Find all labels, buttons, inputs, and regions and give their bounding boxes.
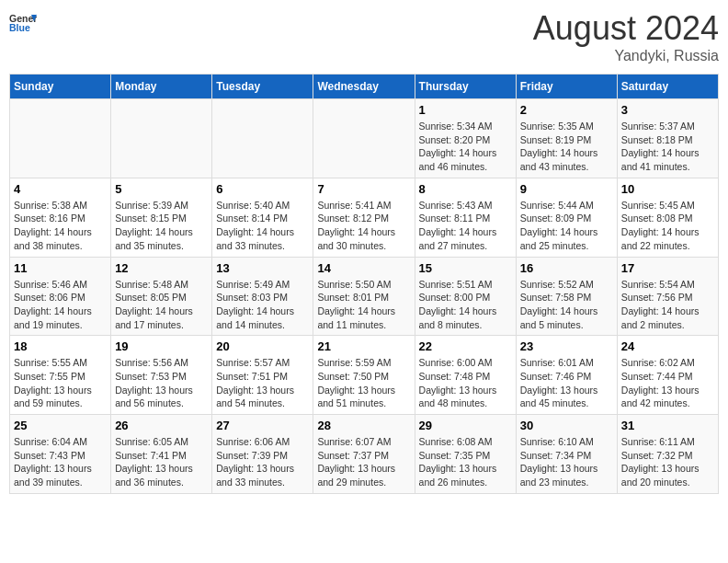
calendar-day-cell: 27Sunrise: 6:06 AM Sunset: 7:39 PM Dayli… xyxy=(212,415,313,494)
calendar-week-row: 18Sunrise: 5:55 AM Sunset: 7:55 PM Dayli… xyxy=(10,336,719,415)
calendar-day-cell: 17Sunrise: 5:54 AM Sunset: 7:56 PM Dayli… xyxy=(617,257,718,336)
day-info: Sunrise: 6:08 AM Sunset: 7:35 PM Dayligh… xyxy=(419,435,512,489)
calendar-day-cell: 24Sunrise: 6:02 AM Sunset: 7:44 PM Dayli… xyxy=(617,336,718,415)
day-number: 25 xyxy=(14,419,107,432)
day-info: Sunrise: 6:10 AM Sunset: 7:34 PM Dayligh… xyxy=(520,435,613,489)
day-info: Sunrise: 6:07 AM Sunset: 7:37 PM Dayligh… xyxy=(317,435,410,489)
weekday-header: Tuesday xyxy=(212,75,313,99)
month-year-title: August 2024 xyxy=(533,9,719,48)
day-number: 31 xyxy=(621,419,714,432)
calendar-day-cell: 23Sunrise: 6:01 AM Sunset: 7:46 PM Dayli… xyxy=(516,336,617,415)
day-info: Sunrise: 5:44 AM Sunset: 8:09 PM Dayligh… xyxy=(520,199,613,253)
weekday-header: Monday xyxy=(111,75,212,99)
day-number: 20 xyxy=(216,339,309,353)
calendar-day-cell: 13Sunrise: 5:49 AM Sunset: 8:03 PM Dayli… xyxy=(212,257,313,336)
day-number: 1 xyxy=(419,103,512,117)
day-info: Sunrise: 6:00 AM Sunset: 7:48 PM Dayligh… xyxy=(419,356,512,410)
calendar-day-cell: 31Sunrise: 6:11 AM Sunset: 7:32 PM Dayli… xyxy=(617,415,718,494)
calendar-day-cell: 21Sunrise: 5:59 AM Sunset: 7:50 PM Dayli… xyxy=(313,336,415,415)
calendar-day-cell: 15Sunrise: 5:51 AM Sunset: 8:00 PM Dayli… xyxy=(415,257,516,336)
day-info: Sunrise: 6:02 AM Sunset: 7:44 PM Dayligh… xyxy=(621,356,714,410)
day-info: Sunrise: 5:52 AM Sunset: 7:58 PM Dayligh… xyxy=(520,278,613,332)
calendar-day-cell: 18Sunrise: 5:55 AM Sunset: 7:55 PM Dayli… xyxy=(10,336,111,415)
calendar-day-cell: 22Sunrise: 6:00 AM Sunset: 7:48 PM Dayli… xyxy=(415,336,516,415)
calendar-day-cell: 4Sunrise: 5:38 AM Sunset: 8:16 PM Daylig… xyxy=(10,178,111,257)
day-info: Sunrise: 5:38 AM Sunset: 8:16 PM Dayligh… xyxy=(14,199,107,253)
day-info: Sunrise: 6:05 AM Sunset: 7:41 PM Dayligh… xyxy=(115,435,208,489)
day-info: Sunrise: 5:49 AM Sunset: 8:03 PM Dayligh… xyxy=(216,278,309,332)
day-info: Sunrise: 5:43 AM Sunset: 8:11 PM Dayligh… xyxy=(419,199,512,253)
calendar-week-row: 11Sunrise: 5:46 AM Sunset: 8:06 PM Dayli… xyxy=(10,257,719,336)
calendar-day-cell: 10Sunrise: 5:45 AM Sunset: 8:08 PM Dayli… xyxy=(617,178,718,257)
calendar-day-cell: 1Sunrise: 5:34 AM Sunset: 8:20 PM Daylig… xyxy=(415,99,516,178)
calendar-day-cell: 11Sunrise: 5:46 AM Sunset: 8:06 PM Dayli… xyxy=(10,257,111,336)
calendar-table: SundayMondayTuesdayWednesdayThursdayFrid… xyxy=(9,74,719,494)
day-info: Sunrise: 5:48 AM Sunset: 8:05 PM Dayligh… xyxy=(115,278,208,332)
calendar-day-cell: 2Sunrise: 5:35 AM Sunset: 8:19 PM Daylig… xyxy=(516,99,617,178)
calendar-day-cell: 5Sunrise: 5:39 AM Sunset: 8:15 PM Daylig… xyxy=(111,178,212,257)
weekday-header: Wednesday xyxy=(313,75,415,99)
calendar-day-cell: 9Sunrise: 5:44 AM Sunset: 8:09 PM Daylig… xyxy=(516,178,617,257)
day-info: Sunrise: 5:46 AM Sunset: 8:06 PM Dayligh… xyxy=(14,278,107,332)
day-number: 11 xyxy=(14,261,107,275)
day-info: Sunrise: 5:57 AM Sunset: 7:51 PM Dayligh… xyxy=(216,356,309,410)
day-info: Sunrise: 5:51 AM Sunset: 8:00 PM Dayligh… xyxy=(419,278,512,332)
day-number: 4 xyxy=(14,182,107,196)
day-info: Sunrise: 5:34 AM Sunset: 8:20 PM Dayligh… xyxy=(419,120,512,174)
calendar-day-cell: 30Sunrise: 6:10 AM Sunset: 7:34 PM Dayli… xyxy=(516,415,617,494)
day-info: Sunrise: 5:35 AM Sunset: 8:19 PM Dayligh… xyxy=(520,120,613,174)
calendar-day-cell xyxy=(111,99,212,178)
day-info: Sunrise: 5:37 AM Sunset: 8:18 PM Dayligh… xyxy=(621,120,714,174)
day-number: 24 xyxy=(621,339,714,353)
day-number: 8 xyxy=(419,182,512,196)
day-info: Sunrise: 6:11 AM Sunset: 7:32 PM Dayligh… xyxy=(621,435,714,489)
day-number: 22 xyxy=(419,339,512,353)
logo: General Blue xyxy=(9,9,37,37)
weekday-header: Sunday xyxy=(10,75,111,99)
calendar-week-row: 25Sunrise: 6:04 AM Sunset: 7:43 PM Dayli… xyxy=(10,415,719,494)
day-number: 29 xyxy=(419,419,512,432)
calendar-day-cell: 16Sunrise: 5:52 AM Sunset: 7:58 PM Dayli… xyxy=(516,257,617,336)
page-header: General Blue August 2024 Yandyki, Russia xyxy=(9,9,719,64)
day-number: 6 xyxy=(216,182,309,196)
calendar-day-cell xyxy=(313,99,415,178)
day-number: 16 xyxy=(520,261,613,275)
svg-text:Blue: Blue xyxy=(9,22,30,33)
calendar-day-cell: 14Sunrise: 5:50 AM Sunset: 8:01 PM Dayli… xyxy=(313,257,415,336)
day-number: 3 xyxy=(621,103,714,117)
day-number: 5 xyxy=(115,182,208,196)
day-number: 15 xyxy=(419,261,512,275)
calendar-day-cell: 25Sunrise: 6:04 AM Sunset: 7:43 PM Dayli… xyxy=(10,415,111,494)
day-number: 2 xyxy=(520,103,613,117)
day-info: Sunrise: 6:04 AM Sunset: 7:43 PM Dayligh… xyxy=(14,435,107,489)
calendar-day-cell: 6Sunrise: 5:40 AM Sunset: 8:14 PM Daylig… xyxy=(212,178,313,257)
calendar-day-cell: 8Sunrise: 5:43 AM Sunset: 8:11 PM Daylig… xyxy=(415,178,516,257)
day-number: 17 xyxy=(621,261,714,275)
calendar-week-row: 1Sunrise: 5:34 AM Sunset: 8:20 PM Daylig… xyxy=(10,99,719,178)
location-subtitle: Yandyki, Russia xyxy=(533,48,719,64)
day-number: 12 xyxy=(115,261,208,275)
day-number: 26 xyxy=(115,419,208,432)
day-info: Sunrise: 6:06 AM Sunset: 7:39 PM Dayligh… xyxy=(216,435,309,489)
day-info: Sunrise: 5:56 AM Sunset: 7:53 PM Dayligh… xyxy=(115,356,208,410)
weekday-header: Saturday xyxy=(617,75,718,99)
day-number: 23 xyxy=(520,339,613,353)
day-number: 28 xyxy=(317,419,410,432)
day-info: Sunrise: 5:45 AM Sunset: 8:08 PM Dayligh… xyxy=(621,199,714,253)
day-info: Sunrise: 5:55 AM Sunset: 7:55 PM Dayligh… xyxy=(14,356,107,410)
day-number: 13 xyxy=(216,261,309,275)
calendar-day-cell xyxy=(212,99,313,178)
day-number: 14 xyxy=(317,261,410,275)
day-info: Sunrise: 6:01 AM Sunset: 7:46 PM Dayligh… xyxy=(520,356,613,410)
calendar-week-row: 4Sunrise: 5:38 AM Sunset: 8:16 PM Daylig… xyxy=(10,178,719,257)
calendar-day-cell: 19Sunrise: 5:56 AM Sunset: 7:53 PM Dayli… xyxy=(111,336,212,415)
weekday-header: Thursday xyxy=(415,75,516,99)
title-block: August 2024 Yandyki, Russia xyxy=(533,9,719,64)
day-number: 27 xyxy=(216,419,309,432)
day-number: 10 xyxy=(621,182,714,196)
calendar-day-cell: 3Sunrise: 5:37 AM Sunset: 8:18 PM Daylig… xyxy=(617,99,718,178)
logo-icon: General Blue xyxy=(9,9,37,37)
day-info: Sunrise: 5:50 AM Sunset: 8:01 PM Dayligh… xyxy=(317,278,410,332)
weekday-header: Friday xyxy=(516,75,617,99)
calendar-day-cell: 26Sunrise: 6:05 AM Sunset: 7:41 PM Dayli… xyxy=(111,415,212,494)
